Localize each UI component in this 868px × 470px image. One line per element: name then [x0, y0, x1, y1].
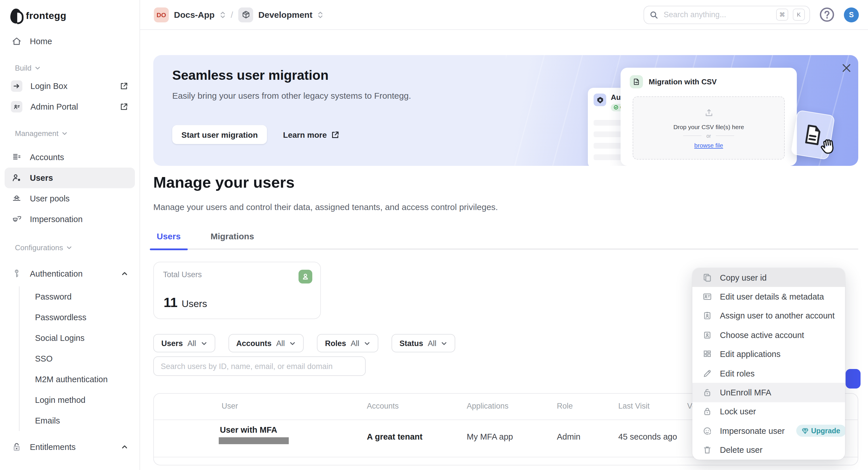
sidebar-item-label: Impersonation	[30, 215, 83, 224]
topbar: DO Docs-App / Development ⌘ K S	[140, 0, 868, 30]
user-avatar[interactable]: S	[844, 7, 859, 22]
column-header-last-visit[interactable]: Last Visit	[618, 402, 650, 410]
filter-status[interactable]: Status All	[392, 334, 456, 352]
menu-item-assign-user-to-account[interactable]: Assign user to another account	[692, 307, 845, 326]
sidebar-subitem-sso[interactable]: SSO	[20, 348, 140, 369]
help-icon[interactable]	[819, 7, 835, 22]
menu-item-copy-user-id[interactable]: Copy user id	[692, 268, 845, 287]
sidebar-section-configurations[interactable]: Configurations	[0, 239, 140, 255]
add-users-button[interactable]	[846, 369, 861, 388]
select-arrows-icon[interactable]	[220, 11, 226, 19]
filter-value: All	[351, 339, 360, 347]
global-search[interactable]: ⌘ K	[644, 5, 810, 24]
filter-roles[interactable]: Roles All	[317, 334, 378, 352]
sidebar-item-accounts[interactable]: Accounts	[5, 147, 135, 167]
tab-users[interactable]: Users	[153, 231, 184, 249]
external-link-icon	[332, 131, 340, 138]
menu-item-label: Lock user	[720, 407, 756, 416]
column-header-accounts[interactable]: Accounts	[367, 402, 399, 410]
lock-icon	[703, 407, 712, 416]
id-card-icon	[703, 292, 712, 301]
sidebar-subitem-login-method[interactable]: Login method	[20, 390, 140, 410]
breadcrumb-app-name[interactable]: Docs-App	[174, 10, 215, 20]
sidebar-item-login-box[interactable]: Login Box	[5, 76, 135, 96]
login-box-icon	[11, 80, 22, 92]
sidebar-item-users[interactable]: Users	[5, 167, 135, 188]
filter-users[interactable]: Users All	[153, 334, 215, 352]
key-icon	[11, 269, 22, 279]
menu-item-label: Edit user details & metadata	[720, 292, 824, 301]
migration-banner: Seamless user migration Easily bring you…	[153, 55, 858, 166]
section-label-text: Configurations	[15, 243, 63, 252]
close-icon[interactable]	[842, 63, 851, 73]
admin-portal-icon	[11, 101, 22, 113]
filter-accounts[interactable]: Accounts All	[228, 334, 304, 352]
breadcrumb: DO Docs-App / Development	[154, 7, 323, 22]
menu-item-edit-roles[interactable]: Edit roles	[692, 364, 845, 383]
tab-migrations[interactable]: Migrations	[207, 231, 257, 249]
sidebar-subitem-emails[interactable]: Emails	[20, 410, 140, 431]
sidebar-item-label: Accounts	[30, 153, 64, 162]
column-header-applications[interactable]: Applications	[467, 402, 508, 410]
cell-user-name: User with MFA	[220, 425, 277, 434]
menu-item-lock-user[interactable]: Lock user	[692, 402, 845, 421]
chevron-up-icon	[121, 270, 128, 277]
column-header-user[interactable]: User	[222, 402, 238, 410]
breadcrumb-environment[interactable]: Development	[258, 10, 312, 20]
sidebar-subitem-social-logins[interactable]: Social Logins	[20, 328, 140, 348]
sidebar-item-entitlements[interactable]: Entitlements	[5, 437, 135, 458]
brand-logo[interactable]: frontegg	[0, 7, 140, 25]
column-header-role[interactable]: Role	[557, 402, 573, 410]
learn-more-button[interactable]: Learn more	[280, 129, 343, 140]
filter-label: Roles	[325, 339, 346, 347]
sidebar-item-user-pools[interactable]: User pools	[5, 188, 135, 209]
cell-application: My MFA app	[467, 432, 513, 441]
page-title: Manage your users	[153, 174, 858, 192]
user-badge-icon	[299, 270, 312, 283]
filter-value: All	[428, 339, 436, 347]
environment-cube-icon	[238, 7, 253, 22]
total-users-unit: Users	[182, 299, 207, 310]
upgrade-badge[interactable]: Upgrade	[796, 425, 845, 437]
redacted-email	[219, 437, 289, 444]
sidebar-item-label: Login Box	[30, 82, 67, 91]
menu-item-label: Impersonate user	[720, 427, 785, 436]
sidebar-subitem-passwordless[interactable]: Passwordless	[20, 307, 140, 328]
users-search-input[interactable]	[153, 356, 366, 376]
sidebar-subitem-password[interactable]: Password	[20, 286, 140, 307]
sidebar-section-management[interactable]: Management	[0, 125, 140, 141]
subitem-label: SSO	[35, 354, 53, 363]
authentication-sublist: Password Passwordless Social Logins SSO …	[19, 286, 140, 431]
menu-item-choose-active-account[interactable]: Choose active account	[692, 325, 845, 345]
pencil-icon	[703, 369, 712, 378]
sidebar-section-build[interactable]: Build	[0, 60, 140, 76]
select-arrows-icon[interactable]	[317, 11, 323, 19]
sidebar-item-label: Entitlements	[30, 442, 76, 451]
global-search-input[interactable]	[662, 10, 772, 20]
menu-item-edit-user-details[interactable]: Edit user details & metadata	[692, 287, 845, 307]
menu-item-unenroll-mfa[interactable]: UnEnroll MFA	[692, 383, 845, 402]
external-link-icon	[120, 82, 128, 90]
sidebar-subitem-m2m-authentication[interactable]: M2M authentication	[20, 369, 140, 390]
menu-item-delete-user[interactable]: Delete user	[692, 440, 845, 460]
sidebar-item-impersonation[interactable]: Impersonation	[5, 209, 135, 229]
chevron-down-icon	[289, 340, 296, 346]
k-key-badge: K	[793, 9, 805, 21]
menu-item-label: Copy user id	[720, 273, 767, 282]
cmd-key-badge: ⌘	[776, 9, 788, 21]
or-divider: or	[683, 133, 734, 138]
browse-file-link[interactable]: browse file	[694, 142, 723, 148]
sidebar-item-admin-portal[interactable]: Admin Portal	[5, 96, 135, 117]
menu-item-label: UnEnroll MFA	[720, 388, 771, 397]
menu-item-edit-applications[interactable]: Edit applications	[692, 345, 845, 364]
sidebar-item-home[interactable]: Home	[5, 31, 135, 52]
sidebar-item-authentication[interactable]: Authentication	[5, 263, 135, 284]
menu-item-impersonate-user[interactable]: Impersonate user Upgrade	[692, 421, 845, 440]
menu-item-label: Delete user	[720, 445, 763, 455]
csv-file-icon	[630, 75, 643, 88]
csv-dropzone[interactable]: Drop your CSV file(s) here or browse fil…	[632, 96, 785, 160]
subitem-label: Password	[35, 292, 71, 301]
start-user-migration-button[interactable]: Start user migration	[172, 125, 267, 144]
sidebar-item-label: Users	[30, 173, 53, 183]
learn-more-label: Learn more	[283, 130, 327, 139]
